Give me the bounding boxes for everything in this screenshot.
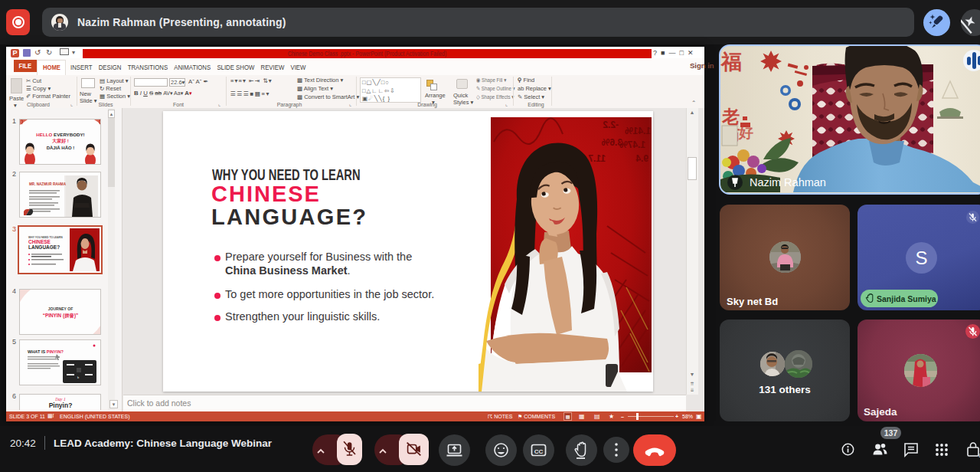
svg-text:大家好 !: 大家好 ! [51,138,69,144]
svg-text:DÀJIĀ HÃO !: DÀJIĀ HÃO ! [47,146,75,150]
svg-text:1.41%: 1.41% [625,126,651,136]
svg-text:“PINYIN (拼音)”: “PINYIN (拼音)” [43,313,79,319]
svg-text:Nazim Rahman: Nazim Rahman [750,176,826,188]
svg-text:HELLO EVERYBODY!: HELLO EVERYBODY! [36,132,84,137]
svg-text:-2.2: -2.2 [603,120,619,130]
svg-text:JOURNEY OF: JOURNEY OF [48,306,73,311]
svg-text:9.4: 9.4 [635,153,648,164]
svg-text:LANGUAGE?: LANGUAGE? [28,244,60,250]
svg-text:MR. NAZMUR RAHMAN: MR. NAZMUR RAHMAN [29,182,69,186]
svg-text:11.7: 11.7 [588,153,606,164]
svg-text:Pinyin?: Pinyin? [49,402,73,409]
svg-text:CHINESE: CHINESE [28,239,51,244]
svg-text:福: 福 [720,51,742,74]
svg-text:老: 老 [721,107,740,126]
svg-text:3.6%: 3.6% [601,137,622,148]
svg-text:CC: CC [534,448,544,455]
svg-text:WHAT IS PINYIN?: WHAT IS PINYIN? [28,349,64,354]
svg-text:好: 好 [738,125,753,141]
